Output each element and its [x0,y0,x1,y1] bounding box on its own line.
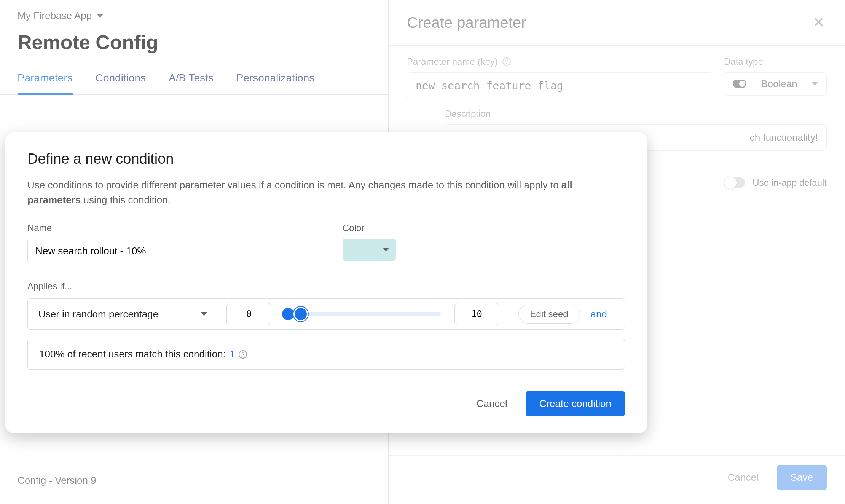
drawer-save-button[interactable]: Save [777,465,827,490]
data-type-value: Boolean [761,78,797,90]
and-button[interactable]: and [591,308,607,320]
slider-thumb-max[interactable] [293,307,308,321]
color-label: Color [343,223,396,233]
condition-type-select[interactable]: User in random percentage [28,299,218,329]
applies-if-label: Applies if... [27,281,625,292]
param-name-input[interactable] [407,72,713,99]
percentage-slider[interactable] [285,312,441,316]
condition-name-label: Name [27,223,324,233]
condition-rule-row: User in random percentage Edit seed and [27,298,625,330]
boolean-icon [733,80,746,88]
define-condition-modal: Define a new condition Use conditions to… [5,132,647,433]
drawer-title: Create parameter [407,14,526,31]
slider-thumb-min[interactable] [282,308,294,320]
drawer-cancel-button[interactable]: Cancel [725,466,762,489]
tab-parameters[interactable]: Parameters [18,72,73,95]
data-type-select[interactable]: Boolean [724,72,827,96]
match-summary: 100% of recent users match this conditio… [27,339,625,370]
match-count: 1 [230,348,235,360]
help-icon[interactable]: ? [502,57,511,66]
modal-title: Define a new condition [27,151,625,167]
inapp-default-label: Use in-app default [753,177,827,188]
create-condition-button[interactable]: Create condition [526,391,625,416]
project-name: My Firebase App [18,10,92,22]
config-version: Config - Version 9 [18,475,96,486]
color-picker[interactable] [343,239,396,261]
tab-conditions[interactable]: Conditions [96,72,146,94]
chevron-down-icon [812,82,818,86]
range-max-input[interactable] [454,303,499,325]
condition-name-input[interactable] [27,239,324,263]
description-label: Description [445,108,827,119]
chevron-down-icon [97,14,103,18]
range-min-input[interactable] [226,303,271,325]
edit-seed-button[interactable]: Edit seed [518,305,580,324]
close-icon[interactable]: ✕ [811,12,827,33]
chevron-down-icon [383,248,389,252]
data-type-label: Data type [724,56,827,67]
help-icon[interactable]: ? [239,350,247,359]
tab-abtests[interactable]: A/B Tests [169,72,214,94]
modal-help-text: Use conditions to provide different para… [27,178,625,207]
tab-personalizations[interactable]: Personalizations [236,72,314,94]
chevron-down-icon [201,312,207,316]
modal-cancel-button[interactable]: Cancel [474,392,510,415]
param-name-label: Parameter name (key) [407,56,498,67]
inapp-default-toggle[interactable] [724,177,745,188]
